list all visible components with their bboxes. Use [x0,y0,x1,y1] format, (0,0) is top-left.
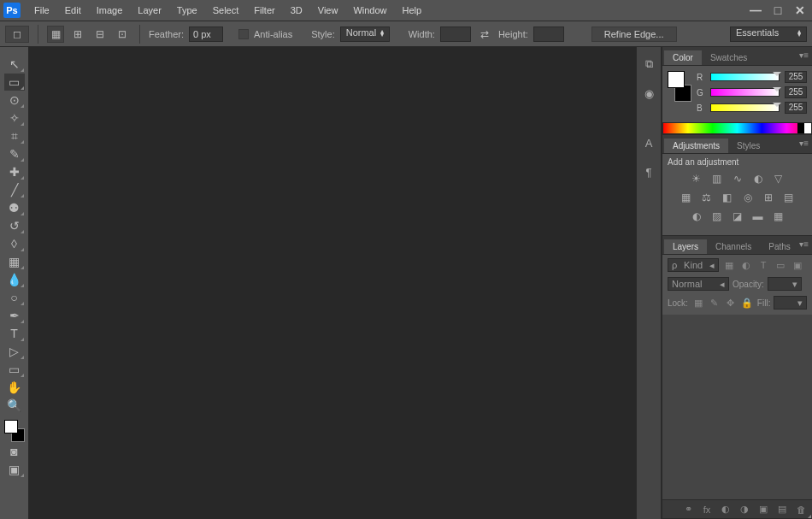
history-panel-icon[interactable]: ⧉ [640,56,657,73]
minimize-button[interactable]: — [747,3,764,17]
opacity-input[interactable]: ▾ [768,277,802,291]
screenmode-tool[interactable]: ▣ [4,461,25,478]
canvas-area[interactable] [29,47,636,519]
tab-styles[interactable]: Styles [728,139,768,153]
zoom-tool[interactable]: 🔍 [4,397,25,414]
tab-adjustments[interactable]: Adjustments [664,139,728,153]
filter-shape-icon[interactable]: ▭ [774,258,787,272]
clone-tool[interactable]: ⚉ [4,199,25,216]
menu-view[interactable]: View [311,2,345,19]
delete-layer-icon[interactable]: 🗑 [795,504,807,516]
exposure-icon[interactable]: ◐ [751,172,765,186]
g-slider[interactable] [710,88,780,97]
character-panel-icon[interactable]: A [640,134,657,151]
type-tool[interactable]: T [4,325,25,342]
eyedropper-tool[interactable]: ✎ [4,145,25,162]
lock-all-icon[interactable]: 🔒 [741,296,754,310]
quickmask-tool[interactable]: ◙ [4,443,25,460]
workspace-select[interactable]: Essentials [730,27,807,42]
color-panel-menu-icon[interactable]: ▾≡ [799,50,809,60]
invert-icon[interactable]: ◐ [690,209,703,223]
filter-pixel-icon[interactable]: ▦ [722,258,736,272]
menu-image[interactable]: Image [90,2,130,19]
paragraph-panel-icon[interactable]: ¶ [640,163,657,180]
menu-edit[interactable]: Edit [58,2,88,19]
menu-help[interactable]: Help [396,2,429,19]
antialias-checkbox[interactable] [238,29,249,39]
hue-icon[interactable]: ▦ [680,191,693,204]
tool-preset-icon[interactable]: ◻ [5,26,29,43]
b-value[interactable]: 255 [785,102,807,114]
bw-icon[interactable]: ◧ [721,191,734,204]
swap-dimensions-icon[interactable]: ⇄ [476,26,493,43]
menu-filter[interactable]: Filter [247,2,281,19]
properties-panel-icon[interactable]: ◉ [640,85,657,102]
blend-mode-select[interactable]: Normal◂ [668,277,729,291]
height-input[interactable] [533,27,564,42]
menu-layer[interactable]: Layer [131,2,168,19]
width-input[interactable] [440,27,471,42]
layers-panel-menu-icon[interactable]: ▾≡ [799,239,809,249]
threshold-icon[interactable]: ◪ [731,209,744,223]
menu-3d[interactable]: 3D [284,2,309,19]
lasso-tool[interactable]: ⊙ [4,91,25,109]
layers-list[interactable] [662,315,812,499]
menu-type[interactable]: Type [170,2,204,19]
lock-position-icon[interactable]: ✥ [724,296,737,310]
channel-mixer-icon[interactable]: ⊞ [762,191,775,204]
path-select-tool[interactable]: ▷ [4,343,25,360]
link-layers-icon[interactable]: ⚭ [682,504,694,516]
menu-select[interactable]: Select [206,2,246,19]
new-fill-icon[interactable]: ◑ [738,504,750,516]
menu-file[interactable]: File [27,2,56,19]
lock-transparent-icon[interactable]: ▦ [691,296,704,310]
selection-add-icon[interactable]: ⊞ [69,26,86,43]
r-slider[interactable] [710,73,780,81]
b-slider[interactable] [710,103,780,112]
filter-adjustment-icon[interactable]: ◐ [739,258,753,272]
history-brush-tool[interactable]: ↺ [4,217,25,234]
rectangle-tool[interactable]: ▭ [4,361,25,378]
marquee-tool[interactable]: ▭ [4,74,25,91]
layer-style-icon[interactable]: fx [701,504,713,516]
levels-icon[interactable]: ▥ [710,172,724,186]
blur-tool[interactable]: 💧 [4,271,25,288]
brightness-icon[interactable]: ☀ [690,172,703,186]
refine-edge-button[interactable]: Refine Edge... [591,27,677,42]
selection-subtract-icon[interactable]: ⊟ [91,26,109,43]
color-swatch[interactable] [668,71,691,102]
color-lookup-icon[interactable]: ▤ [782,191,796,204]
maximize-button[interactable]: □ [769,3,786,17]
filter-smart-icon[interactable]: ▣ [791,258,804,272]
wand-tool[interactable]: ✧ [4,109,25,127]
style-select[interactable]: Normal [340,27,390,42]
adjustments-panel-menu-icon[interactable]: ▾≡ [799,139,809,148]
r-value[interactable]: 255 [785,71,807,83]
gradient-map-icon[interactable]: ▬ [751,209,765,223]
tab-paths[interactable]: Paths [760,239,799,254]
feather-input[interactable] [189,27,223,42]
brush-tool[interactable]: ╱ [4,181,25,198]
new-group-icon[interactable]: ▣ [757,504,769,516]
g-value[interactable]: 255 [785,86,807,98]
foreground-background-colors[interactable] [4,420,25,442]
dodge-tool[interactable]: ○ [4,289,25,306]
selection-intersect-icon[interactable]: ⊡ [114,26,131,43]
tab-layers[interactable]: Layers [664,239,707,254]
curves-icon[interactable]: ∿ [731,172,744,186]
color-spectrum[interactable] [662,122,812,134]
color-balance-icon[interactable]: ⚖ [700,191,714,204]
pen-tool[interactable]: ✒ [4,307,25,324]
selective-color-icon[interactable]: ▦ [772,209,786,223]
layer-mask-icon[interactable]: ◐ [720,504,732,516]
tab-channels[interactable]: Channels [707,239,760,254]
spot-heal-tool[interactable]: ✚ [4,163,25,180]
crop-tool[interactable]: ⌗ [4,127,25,144]
new-layer-icon[interactable]: ▤ [776,504,788,516]
layer-filter-kind[interactable]: ρKind◂ [668,258,719,272]
selection-new-icon[interactable]: ▦ [47,26,64,43]
menu-window[interactable]: Window [346,2,393,19]
gradient-tool[interactable]: ▦ [4,253,25,270]
fill-input[interactable]: ▾ [774,296,807,310]
close-button[interactable]: ✕ [791,3,809,17]
